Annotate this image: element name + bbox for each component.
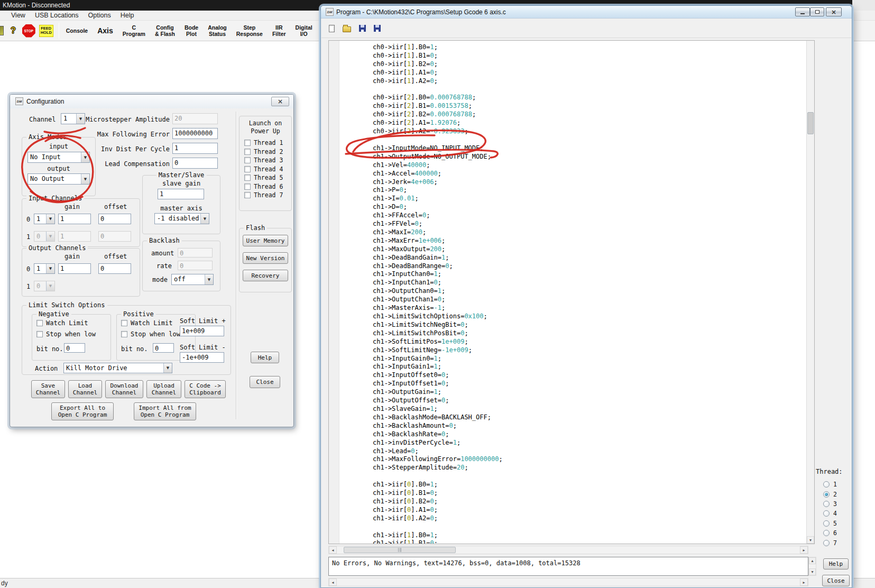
thread-3-checkbox[interactable] — [244, 157, 251, 163]
output-0-offset-field[interactable]: 0 — [98, 263, 131, 274]
radio-icon[interactable] — [823, 540, 830, 546]
soft-limit-minus-field[interactable]: -1e+009 — [180, 352, 224, 363]
feed-hold-icon[interactable]: FEED HOLD — [39, 25, 53, 37]
thread-radio-2[interactable]: 2 — [816, 489, 853, 499]
scroll-right-icon[interactable]: ▸ — [800, 546, 808, 554]
toolbar-button-axis[interactable]: Axis — [93, 21, 118, 40]
flash-recovery-button[interactable]: Recovery — [243, 270, 288, 281]
program-toolbar-new[interactable] — [329, 25, 335, 32]
input-1-channel-select[interactable]: 0▼ — [34, 231, 55, 242]
backlash-rate-field[interactable]: 0 — [178, 261, 213, 270]
backlash-mode-select[interactable]: off ▼ — [171, 274, 214, 285]
backlash-amount-field[interactable]: 0 — [178, 248, 213, 258]
toolbar-button-c-program[interactable]: CProgram — [118, 21, 150, 40]
help-button[interactable]: Help — [251, 352, 279, 363]
close-button[interactable]: Close — [822, 575, 850, 586]
positive-bit-field[interactable]: 0 — [153, 343, 174, 353]
toolbar-button-analog-status[interactable]: AnalogStatus — [203, 21, 232, 40]
minimize-icon[interactable] — [795, 7, 810, 16]
button-save[interactable]: SaveChannel — [31, 380, 65, 398]
close-icon[interactable]: × — [271, 97, 289, 106]
thread-radio-4[interactable]: 4 — [816, 509, 853, 518]
configuration-titlebar[interactable]: DM Configuration × — [10, 95, 293, 108]
lead-compensation-field[interactable]: 0 — [172, 158, 218, 169]
slave-gain-field[interactable]: 1 — [158, 189, 204, 199]
scroll-down-icon[interactable]: ▾ — [809, 568, 816, 575]
menu-view[interactable]: View — [6, 12, 30, 19]
thread-6-checkbox[interactable] — [244, 183, 251, 190]
compile-status-box[interactable]: No Errors, No Warnings, text=14276, bss=… — [328, 557, 808, 576]
radio-icon[interactable] — [823, 530, 830, 536]
button-export-all-to[interactable]: Export All toOpen C Program — [51, 402, 114, 420]
horizontal-scrollbar[interactable]: ◂ ▸ — [328, 546, 808, 554]
positive-watch-limit-checkbox[interactable] — [121, 320, 127, 326]
thread-radio-6[interactable]: 6 — [816, 528, 853, 538]
help-icon[interactable]: ? — [11, 26, 16, 35]
stop-icon[interactable]: STOP — [22, 24, 35, 38]
clipped-icon[interactable] — [0, 26, 4, 35]
menu-usb-locations[interactable]: USB Locations — [30, 12, 84, 19]
code-editor[interactable]: ch0->iir[1].B0=1;ch0->iir[1].B1=0;ch0->i… — [328, 40, 815, 544]
menu-help[interactable]: Help — [116, 12, 139, 19]
radio-icon[interactable] — [823, 481, 830, 488]
output-mode-select[interactable]: No Output ▼ — [27, 173, 90, 185]
flash-new-version-button[interactable]: New Version — [243, 252, 288, 264]
master-axis-select[interactable]: -1 disabled ▼ — [154, 213, 209, 224]
close-icon[interactable]: × — [826, 7, 842, 16]
radio-icon[interactable] — [823, 491, 830, 498]
max-following-error-field[interactable]: 1000000000 — [172, 128, 218, 139]
scroll-left-icon[interactable]: ◂ — [329, 578, 337, 586]
output-0-gain-field[interactable]: 1 — [58, 263, 91, 274]
negative-bit-field[interactable]: 0 — [64, 343, 85, 353]
scroll-left-icon[interactable]: ◂ — [329, 546, 337, 554]
channel-select[interactable]: 1 ▼ — [61, 113, 85, 124]
input-1-gain-field[interactable]: 1 — [58, 231, 91, 242]
action-select[interactable]: Kill Motor Drive ▼ — [63, 363, 172, 373]
menu-options[interactable]: Options — [84, 12, 116, 19]
radio-icon[interactable] — [823, 510, 830, 517]
toolbar-button-console[interactable]: Console — [61, 21, 93, 40]
input-0-offset-field[interactable]: 0 — [98, 214, 131, 224]
button-c-code[interactable]: C Code ->Clipboard — [185, 380, 226, 398]
thread-1-checkbox[interactable] — [244, 140, 251, 146]
thread-radio-7[interactable]: 7 — [816, 538, 853, 547]
status-scrollbar[interactable]: ▴ ▾ — [808, 557, 816, 576]
radio-icon[interactable] — [823, 520, 830, 527]
input-0-channel-select[interactable]: 1▼ — [34, 214, 55, 224]
output-0-channel-select[interactable]: 1▼ — [34, 263, 55, 274]
scrollbar-thumb[interactable] — [807, 112, 814, 134]
toolbar-button-config-flash[interactable]: Config& Flash — [150, 21, 180, 40]
button-load[interactable]: LoadChannel — [68, 380, 102, 398]
negative-stop-when-low-checkbox[interactable] — [36, 331, 43, 337]
help-button[interactable]: Help — [823, 558, 849, 569]
radio-icon[interactable] — [823, 501, 830, 507]
close-button[interactable]: Close — [250, 376, 280, 388]
flash-user-memory-button[interactable]: User Memory — [243, 235, 288, 246]
microstepper-amplitude-field[interactable]: 20 — [172, 113, 218, 124]
thread-2-checkbox[interactable] — [244, 149, 251, 155]
button-import-all-from[interactable]: Import All fromOpen C Program — [134, 402, 196, 420]
thread-5-checkbox[interactable] — [244, 174, 251, 181]
restore-icon[interactable] — [810, 7, 824, 16]
button-download[interactable]: DownloadChannel — [105, 380, 143, 398]
toolbar-button-bode-plot[interactable]: BodePlot — [180, 21, 203, 40]
scrollbar-thumb[interactable] — [344, 547, 456, 553]
program-toolbar-save[interactable] — [359, 25, 366, 32]
program-titlebar[interactable]: DM Program - C:\KMotion432\C Programs\Se… — [321, 6, 852, 19]
scroll-down-icon[interactable]: ▾ — [807, 536, 814, 544]
toolbar-button-digital-i-o[interactable]: DigitalI/O — [291, 21, 317, 40]
vertical-scrollbar[interactable]: ▾ — [806, 41, 814, 544]
input-mode-select[interactable]: No Input ▼ — [27, 152, 90, 163]
inv-dist-per-cycle-field[interactable]: 1 — [172, 143, 218, 154]
program-toolbar-open[interactable] — [343, 25, 351, 32]
thread-radio-3[interactable]: 3 — [816, 499, 853, 509]
toolbar-button-step-response[interactable]: StepResponse — [232, 21, 268, 40]
negative-watch-limit-checkbox[interactable] — [36, 320, 43, 326]
thread-radio-5[interactable]: 5 — [816, 519, 853, 528]
scroll-right-icon[interactable]: ▸ — [800, 578, 808, 586]
code-text[interactable]: ch0->iir[1].B0=1;ch0->iir[1].B1=0;ch0->i… — [340, 41, 806, 544]
input-1-offset-field[interactable]: 0 — [98, 231, 131, 242]
scroll-up-icon[interactable]: ▴ — [809, 557, 816, 564]
positive-stop-when-low-checkbox[interactable] — [121, 331, 127, 337]
thread-4-checkbox[interactable] — [244, 166, 251, 172]
